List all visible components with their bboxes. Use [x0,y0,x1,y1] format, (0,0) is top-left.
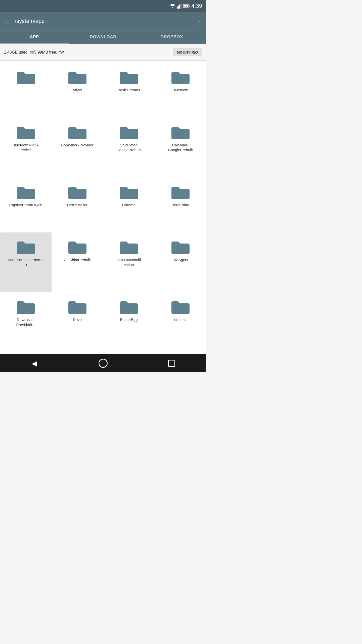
signal-icon [177,4,182,9]
folder-icon-downloadprovider [16,298,36,315]
file-item-datastatusnotif[interactable]: datastatusnotifi-cation [103,232,155,292]
svg-rect-1 [178,6,179,9]
file-label-bluetoothmidi: BluetoothMidiS-ervice [8,143,43,152]
mount-button[interactable]: MOUNT R/O [173,48,202,56]
file-item-parent[interactable]: .. [0,63,52,118]
folder-icon-basicdreams [119,69,139,85]
recent-button[interactable] [164,356,179,371]
battery-icon: 36 [183,4,190,8]
storage-bar: 1.45GB used, 495.99MB free, r/w MOUNT R/… [0,44,206,61]
file-label-ctsshim: CtsShimPrebuilt [64,257,91,262]
folder-icon-chrome [119,184,139,200]
header: ☰ /system/app ⋮ [0,12,206,30]
folder-icon-datastatusnotif [119,238,139,255]
back-icon: ◀ [32,359,37,368]
file-item-cloudprint2[interactable]: CloudPrint2 [155,178,206,233]
folder-icon-parent [16,69,36,85]
file-label-atfwd: atfwd [73,88,82,93]
file-item-bluetooth[interactable]: Bluetooth [155,63,206,118]
header-path: /system/app [15,18,45,24]
folder-icon-comlsdroid [16,238,36,255]
storage-info: 1.45GB used, 495.99MB free, r/w [4,50,169,55]
file-label-downloadprovider: Download-ProviderlI... [8,317,43,327]
header-left: ☰ /system/app [4,18,45,24]
folder-icon-certinstaller [67,184,87,200]
wifi-icon [170,4,175,8]
file-item-certinstaller[interactable]: CertInstaller [52,178,103,233]
file-label-parent: .. [25,88,27,93]
file-label-bookmarkprovider: Book-markProvider [61,143,93,148]
folder-icon-captiveportal [16,184,36,200]
file-label-certinstaller: CertInstaller [67,203,87,208]
file-item-dmagent[interactable]: DMAgent [155,232,206,292]
svg-rect-0 [177,7,178,9]
more-menu-icon[interactable]: ⋮ [196,17,202,25]
file-label-basicdreams: BasicDreams [118,88,140,93]
file-label-embms: embms [174,317,187,322]
file-item-easteregg[interactable]: EasterEgg [103,292,155,352]
tab-dropbox[interactable]: DROPBOX [138,30,206,44]
file-label-bluetooth: Bluetooth [172,88,188,93]
file-item-embms[interactable]: embms [155,292,206,352]
svg-rect-3 [180,4,182,9]
file-label-easteregg: EasterEgg [120,317,138,322]
bottom-nav: ◀ [0,354,206,372]
file-item-ctsshim[interactable]: CtsShimPrebuilt [52,232,103,292]
file-grid: .. atfwd BasicDreams Bluetooth Bluetooth… [0,61,206,354]
status-bar: 36 4:39 [0,0,206,12]
file-item-atfwd[interactable]: atfwd [52,63,103,118]
folder-icon-dmagent [170,238,191,255]
home-icon [99,359,108,368]
status-time: 4:39 [191,3,202,9]
file-label-drive: Drive [73,317,82,322]
svg-rect-2 [179,5,180,9]
file-item-bluetoothmidi[interactable]: BluetoothMidiS-ervice [0,118,52,178]
file-label-cloudprint2: CloudPrint2 [170,203,190,208]
folder-icon-easteregg [119,298,139,315]
file-label-captiveportal: CaptivePortalLo-gin [9,203,42,208]
file-item-calendargoogle[interactable]: Calendar-GooglePrebuilt [155,118,206,178]
file-item-chrome[interactable]: Chrome [103,178,155,233]
file-label-comlsdroid: com.lsdroid.cerberus-1 [8,257,43,267]
svg-rect-5 [189,5,190,7]
folder-icon-atfwd [67,69,87,85]
file-item-drive[interactable]: Drive [52,292,103,352]
folder-icon-bookmarkprovider [67,124,87,140]
file-label-dmagent: DMAgent [172,257,188,262]
home-button[interactable] [96,356,111,371]
file-label-datastatusnotif: datastatusnotifi-cation [111,257,147,267]
hamburger-menu[interactable]: ☰ [4,18,10,24]
folder-icon-calculatorgoogle [119,124,139,140]
tab-download[interactable]: DOWNLOAD [69,30,137,44]
back-button[interactable]: ◀ [27,356,42,371]
folder-icon-cloudprint2 [170,184,191,200]
recent-icon [168,360,175,367]
folder-icon-drive [67,298,87,315]
folder-icon-calendargoogle [170,124,191,140]
file-label-calculatorgoogle: Calculator-GooglePrebuilt [111,143,147,152]
file-label-calendargoogle: Calendar-GooglePrebuilt [163,143,198,152]
file-item-basicdreams[interactable]: BasicDreams [103,63,155,118]
file-item-bookmarkprovider[interactable]: Book-markProvider [52,118,103,178]
folder-icon-bluetoothmidi [16,124,36,140]
status-icons: 36 4:39 [170,3,202,9]
file-item-captiveportal[interactable]: CaptivePortalLo-gin [0,178,52,233]
folder-icon-ctsshim [67,238,87,255]
file-item-calculatorgoogle[interactable]: Calculator-GooglePrebuilt [103,118,155,178]
tab-bar: APP DOWNLOAD DROPBOX [0,30,206,44]
folder-icon-embms [170,298,191,315]
file-item-comlsdroid[interactable]: com.lsdroid.cerberus-1 [0,232,52,292]
folder-icon-bluetooth [170,69,191,85]
tab-app[interactable]: APP [0,30,69,44]
file-label-chrome: Chrome [122,203,135,208]
svg-text:36: 36 [184,5,187,8]
file-item-downloadprovider[interactable]: Download-ProviderlI... [0,292,52,352]
